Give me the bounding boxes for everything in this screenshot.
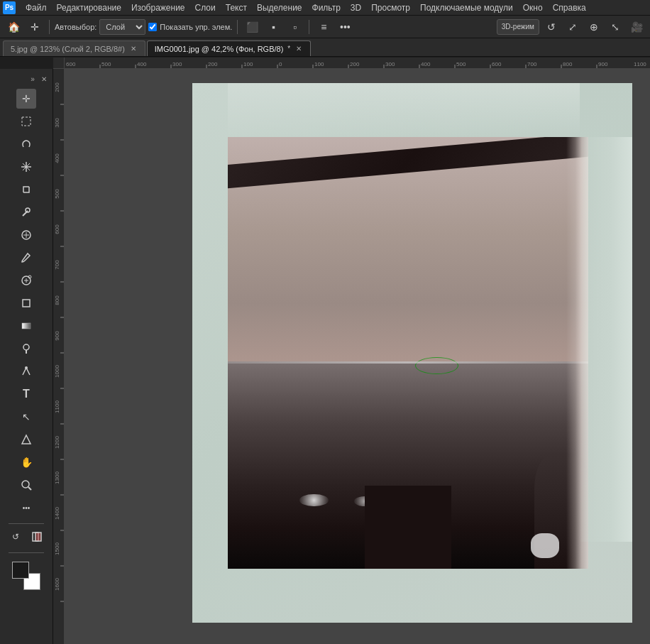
svg-text:700: 700: [527, 61, 537, 67]
photo-bottom: [228, 361, 588, 569]
pan-3d-btn[interactable]: ⤢: [563, 18, 582, 36]
toolbar-sep-3: [309, 20, 309, 34]
clone-tool[interactable]: [16, 271, 36, 290]
tool-row-pen: [16, 361, 36, 383]
color-swatches[interactable]: [12, 562, 40, 590]
app-logo: Ps: [3, 1, 16, 14]
toolbox-close-btn[interactable]: ✕: [38, 73, 50, 84]
show-transform-group: Показать упр. элем.: [148, 23, 232, 31]
menu-file[interactable]: Файл: [21, 1, 51, 14]
home-button[interactable]: 🏠: [4, 18, 23, 36]
tab2-close[interactable]: ✕: [294, 45, 303, 53]
svg-text:1300: 1300: [54, 471, 60, 484]
quick-mask-tool[interactable]: [27, 527, 47, 547]
tool-row-zoom: [16, 475, 36, 496]
tab1-label: 5.jpg @ 123% (Слой 2, RGB/8#): [11, 45, 125, 53]
tool-row-gradient: [16, 316, 36, 337]
slide-3d-btn[interactable]: ⤡: [606, 18, 624, 36]
menu-plugins[interactable]: Подключаемые модули: [416, 1, 517, 14]
crop-tool[interactable]: [16, 180, 36, 200]
canvas-area[interactable]: [65, 69, 650, 644]
svg-text:200: 200: [208, 61, 218, 67]
svg-text:600: 600: [492, 61, 502, 67]
rotate-3d-btn[interactable]: ↺: [542, 18, 561, 36]
menu-filter[interactable]: Фильтр: [308, 1, 345, 14]
rotate-canvas-tool[interactable]: ↺: [6, 527, 26, 547]
svg-text:0: 0: [279, 61, 282, 67]
dodge-tool[interactable]: [16, 339, 36, 359]
auto-select-dropdown[interactable]: Слой Группа: [99, 19, 145, 35]
menu-select[interactable]: Выделение: [253, 1, 307, 14]
heal-tool[interactable]: [16, 225, 36, 245]
menu-edit[interactable]: Редактирование: [53, 1, 126, 14]
align-right-btn[interactable]: ▫: [285, 18, 304, 36]
toolbar-sep-2: [237, 20, 238, 34]
menubar: Ps Файл Редактирование Изображение Слои …: [0, 0, 650, 16]
tool-row-heal: [16, 225, 36, 246]
shape-tool[interactable]: [16, 430, 36, 449]
eraser-tool[interactable]: [16, 293, 36, 313]
svg-text:400: 400: [137, 61, 147, 67]
text-tool[interactable]: T: [16, 384, 36, 404]
toolbox-header: » ✕: [0, 72, 53, 86]
toolbar-right: 3D-режим ↺ ⤢ ⊕ ⤡ 🎥: [497, 18, 646, 36]
toolbar-sep-1: [49, 20, 50, 34]
options-toolbar: 🏠 ✛ Автовыбор: Слой Группа Показать упр.…: [0, 16, 650, 38]
gradient-tool[interactable]: [16, 316, 36, 336]
foreground-color-swatch[interactable]: [12, 562, 29, 579]
svg-text:1200: 1200: [54, 436, 60, 449]
zoom-tool[interactable]: [16, 475, 36, 495]
menu-3d[interactable]: 3D: [346, 1, 365, 14]
show-transform-checkbox[interactable]: [148, 23, 157, 31]
svg-text:1100: 1100: [634, 61, 646, 67]
camera-3d-btn[interactable]: 🎥: [627, 18, 646, 36]
svg-text:800: 800: [54, 295, 60, 305]
orbit-3d-btn[interactable]: ⊕: [585, 18, 603, 36]
menu-layers[interactable]: Слои: [191, 1, 220, 14]
menu-image[interactable]: Изображение: [127, 1, 189, 14]
tool-row-clone: [16, 271, 36, 292]
tool-row-brush: [16, 248, 36, 269]
brush-tool[interactable]: [16, 248, 36, 268]
svg-rect-87: [35, 533, 41, 541]
toolbox-sep-1: [9, 523, 44, 524]
more-tools-btn[interactable]: •••: [16, 498, 36, 518]
menu-view[interactable]: Просмотр: [367, 1, 414, 14]
distribute-btn[interactable]: ≡: [314, 18, 333, 36]
svg-point-80: [23, 344, 29, 350]
align-left-btn[interactable]: ⬛: [243, 18, 261, 36]
tab1-close[interactable]: ✕: [129, 45, 138, 53]
more-options-btn[interactable]: •••: [336, 18, 354, 36]
magic-wand-tool[interactable]: [16, 157, 36, 177]
svg-rect-79: [22, 323, 31, 329]
tab-file2[interactable]: IMG0001.jpg @ 42,2% (Фон, RGB/8) * ✕: [147, 40, 311, 56]
move-tool[interactable]: ✛: [16, 89, 36, 109]
marquee-tool[interactable]: [16, 111, 36, 131]
align-center-btn[interactable]: ▪: [264, 18, 282, 36]
menu-window[interactable]: Окно: [519, 1, 547, 14]
hand-tool[interactable]: ✋: [16, 452, 36, 472]
svg-text:500: 500: [101, 61, 111, 67]
tool-row-crop: [16, 180, 36, 201]
svg-text:700: 700: [54, 260, 60, 270]
photo-top: [228, 137, 588, 374]
svg-text:1400: 1400: [54, 507, 60, 520]
svg-text:500: 500: [456, 61, 466, 67]
toolbox-expand-btn[interactable]: »: [27, 73, 38, 84]
eyedropper-tool[interactable]: [16, 202, 36, 222]
ruler-corner: [53, 58, 65, 69]
path-select-tool[interactable]: ↖: [16, 407, 36, 427]
svg-text:1100: 1100: [54, 400, 60, 413]
tabs-bar: 5.jpg @ 123% (Слой 2, RGB/8#) ✕ IMG0001.…: [0, 38, 650, 57]
3d-mode-button[interactable]: 3D-режим: [497, 19, 539, 35]
menu-text[interactable]: Текст: [221, 1, 251, 14]
canvas-image: [192, 83, 632, 623]
svg-text:800: 800: [563, 61, 573, 67]
menu-help[interactable]: Справка: [549, 1, 590, 14]
pen-tool[interactable]: [16, 361, 36, 381]
photo-light-1: [299, 494, 329, 507]
lasso-tool[interactable]: [16, 134, 36, 154]
svg-text:300: 300: [385, 61, 395, 67]
tab-file1[interactable]: 5.jpg @ 123% (Слой 2, RGB/8#) ✕: [3, 40, 145, 56]
move-tool-btn[interactable]: ✛: [26, 18, 44, 36]
